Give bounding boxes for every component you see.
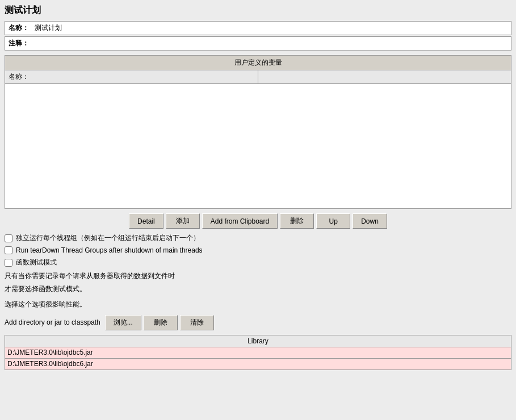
info-text-3: 选择这个选项很影响性能。	[5, 299, 511, 310]
info-text-1: 只有当你需要记录每个请求从服务器取得的数据到文件时	[5, 271, 511, 282]
main-panel: 测试计划 名称： 注释： 用户定义的变量 名称： Detail 添加 Add f…	[0, 0, 516, 420]
col-value-header	[258, 70, 511, 84]
library-table: D:\JMETER3.0\lib\ojdbc5.jarD:\JMETER3.0\…	[5, 347, 511, 370]
functional-mode-row: 函数测试模式	[5, 258, 511, 267]
variables-table: 名称：	[5, 70, 511, 84]
library-row[interactable]: D:\JMETER3.0\lib\ojdbc5.jar	[5, 347, 511, 358]
library-cell: D:\JMETER3.0\lib\ojdbc6.jar	[5, 358, 511, 369]
independent-groups-label: 独立运行每个线程组（例如在一个组运行结束后启动下一个）	[16, 233, 200, 243]
detail-button[interactable]: Detail	[129, 213, 163, 229]
library-section: Library D:\JMETER3.0\lib\ojdbc5.jarD:\JM…	[5, 335, 511, 370]
classpath-row: Add directory or jar to classpath 浏览... …	[5, 315, 511, 330]
functional-mode-checkbox[interactable]	[5, 259, 12, 267]
page-title: 测试计划	[5, 5, 511, 16]
info-text-2: 才需要选择函数测试模式。	[5, 284, 511, 295]
library-cell: D:\JMETER3.0\lib\ojdbc5.jar	[5, 347, 511, 358]
down-button[interactable]: Down	[353, 213, 387, 229]
comment-row: 注释：	[5, 36, 511, 51]
add-button[interactable]: 添加	[166, 213, 200, 229]
teardown-checkbox[interactable]	[5, 246, 12, 254]
clear-button[interactable]: 清除	[180, 315, 214, 330]
name-row: 名称：	[5, 21, 511, 35]
teardown-row: Run tearDown Thread Groups after shutdow…	[5, 246, 511, 254]
up-button[interactable]: Up	[316, 213, 350, 229]
button-row: Detail 添加 Add from Clipboard 删除 Up Down	[5, 213, 511, 229]
col-name-header: 名称：	[5, 70, 258, 84]
functional-mode-label: 函数测试模式	[16, 258, 57, 267]
browse-button[interactable]: 浏览...	[105, 315, 141, 330]
comment-input[interactable]	[32, 37, 511, 50]
teardown-label: Run tearDown Thread Groups after shutdow…	[16, 246, 203, 254]
classpath-delete-button[interactable]: 删除	[144, 315, 178, 330]
independent-groups-row: 独立运行每个线程组（例如在一个组运行结束后启动下一个）	[5, 233, 511, 243]
variables-body	[5, 84, 511, 209]
name-label: 名称：	[5, 22, 32, 35]
name-input[interactable]	[32, 22, 511, 35]
classpath-label: Add directory or jar to classpath	[5, 318, 100, 326]
delete-button[interactable]: 删除	[280, 213, 314, 229]
add-from-clipboard-button[interactable]: Add from Clipboard	[202, 213, 278, 229]
comment-label: 注释：	[5, 37, 32, 50]
library-header: Library	[5, 335, 511, 347]
variables-section-header: 用户定义的变量	[5, 55, 511, 70]
library-row[interactable]: D:\JMETER3.0\lib\ojdbc6.jar	[5, 358, 511, 369]
independent-groups-checkbox[interactable]	[5, 234, 12, 242]
